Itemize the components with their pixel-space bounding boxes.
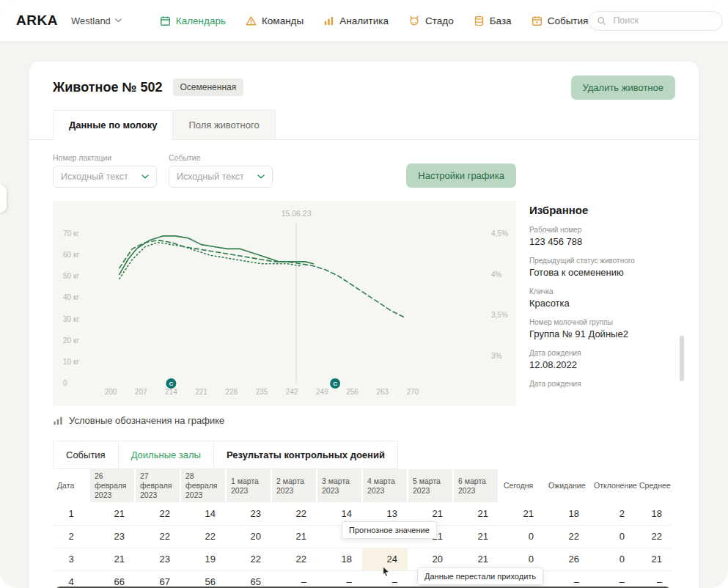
value-cell[interactable]: 24 xyxy=(362,548,408,570)
nav-item-base[interactable]: База xyxy=(474,15,512,26)
value-cell[interactable]: 66 xyxy=(89,570,135,588)
page-title: Животное № 502 xyxy=(53,80,163,95)
nav-item-herd[interactable]: Стадо xyxy=(408,15,454,26)
value-cell[interactable]: 14 xyxy=(180,502,226,525)
nav-item-analytics[interactable]: Аналитика xyxy=(323,15,389,26)
calendar-icon xyxy=(160,15,171,26)
column-header: 28 февраля 2023 xyxy=(180,469,226,502)
value-cell[interactable]: 21 xyxy=(635,548,672,570)
legend-note[interactable]: Условные обозначения на графике xyxy=(53,415,675,426)
favorites-panel: Избранное Рабочий номер123 456 788Предыд… xyxy=(529,201,675,406)
favorite-field-value: Красотка xyxy=(529,298,675,309)
nav-item-calendar[interactable]: Календарь xyxy=(160,15,226,26)
value-cell[interactable]: 0 xyxy=(589,525,635,548)
event-select[interactable]: Исходный текст xyxy=(169,166,273,188)
value-cell[interactable]: 0 xyxy=(589,548,635,570)
chart-series-dashed xyxy=(120,240,404,317)
favorite-field-label: Кличка xyxy=(529,287,675,295)
value-cell[interactable]: 18 xyxy=(317,548,362,570)
value-cell[interactable]: – xyxy=(635,570,672,588)
column-header: 2 марта 2023 xyxy=(271,469,317,502)
value-cell[interactable]: 56 xyxy=(180,570,226,588)
chart-row: 15.06.2370 кг60 кг50 кг40 кг30 кг20 кг10… xyxy=(53,201,675,406)
chevron-down-icon xyxy=(257,174,265,179)
value-cell[interactable]: 67 xyxy=(135,570,180,588)
main-nav: КалендарьКомандыАналитикаСтадоБазаСобыти… xyxy=(160,15,589,26)
value-cell[interactable]: 26 xyxy=(544,548,589,570)
y-axis-label: 10 кг xyxy=(63,358,79,366)
value-cell[interactable]: – xyxy=(589,570,635,588)
column-header: 6 марта 2023 xyxy=(453,469,499,502)
value-cell[interactable]: 23 xyxy=(226,502,271,525)
value-cell[interactable]: – xyxy=(544,570,589,588)
value-cell[interactable]: 23 xyxy=(89,525,135,548)
row-date-cell[interactable]: 1 xyxy=(53,502,89,525)
y-axis-right-label: 3% xyxy=(491,352,502,360)
value-cell[interactable]: 65 xyxy=(226,570,271,588)
x-axis-label: 270 xyxy=(407,388,419,396)
value-cell[interactable]: 18 xyxy=(544,502,589,525)
filter-label: Номер лактации xyxy=(53,153,157,162)
y-axis-label: 30 кг xyxy=(63,315,79,323)
favorite-field-value: Группа № 91 Дойные2 xyxy=(529,328,675,339)
y-axis-right-label: 3,5% xyxy=(491,311,508,319)
value-cell[interactable]: 22 xyxy=(180,525,226,548)
y-axis-label: 0 xyxy=(63,379,67,387)
value-cell[interactable]: 21 xyxy=(453,502,499,525)
value-cell[interactable]: 23 xyxy=(135,548,180,570)
event-filter: Событие Исходный текст xyxy=(169,153,273,188)
value-cell[interactable]: 21 xyxy=(499,502,544,525)
value-cell[interactable]: 2 xyxy=(589,502,635,525)
value-cell[interactable]: – xyxy=(271,570,317,588)
row-date-cell[interactable]: 4 xyxy=(53,570,89,588)
column-header: 3 марта 2023 xyxy=(317,469,362,502)
tab-control-milking[interactable]: Результаты контрольных доений xyxy=(213,441,398,469)
date-marker-label: 15.06.23 xyxy=(282,209,312,218)
value-cell[interactable]: 22 xyxy=(135,502,180,525)
value-cell[interactable]: 22 xyxy=(271,548,317,570)
value-cell[interactable]: 21 xyxy=(89,502,135,525)
value-cell[interactable]: – xyxy=(317,570,362,588)
favorites-scrollbar[interactable] xyxy=(680,336,684,381)
chart-settings-button[interactable]: Настройки графика xyxy=(406,163,516,188)
value-cell[interactable]: 18 xyxy=(635,502,672,525)
side-drawer-handle[interactable] xyxy=(0,185,7,213)
tab-milk-data[interactable]: Данные по молоку xyxy=(53,110,173,140)
value-cell[interactable]: 21 xyxy=(453,525,499,548)
nav-item-events[interactable]: События xyxy=(532,15,589,26)
value-cell[interactable]: 0 xyxy=(499,525,544,548)
nav-item-label: Команды xyxy=(262,15,304,26)
favorite-field: Номер молочной группыГруппа № 91 Дойные2 xyxy=(529,318,675,339)
value-cell[interactable]: 20 xyxy=(226,525,271,548)
row-date-cell[interactable]: 2 xyxy=(53,525,89,548)
x-axis-label: 263 xyxy=(376,388,389,396)
nav-item-label: События xyxy=(548,15,589,26)
x-axis-label: 207 xyxy=(135,388,147,396)
tab-events[interactable]: События xyxy=(53,441,119,469)
column-header: 26 февраля 2023 xyxy=(89,469,135,502)
tab-animal-fields[interactable]: Поля животного xyxy=(172,110,275,140)
value-cell[interactable]: 22 xyxy=(635,525,672,548)
milk-chart[interactable]: 15.06.2370 кг60 кг50 кг40 кг30 кг20 кг10… xyxy=(53,201,516,406)
value-cell[interactable]: 22 xyxy=(544,525,589,548)
value-cell[interactable]: 22 xyxy=(226,548,271,570)
org-label: Westland xyxy=(71,15,111,26)
favorite-field-label: Дата рождения xyxy=(529,349,675,357)
nav-item-commands[interactable]: Команды xyxy=(246,15,304,26)
value-cell[interactable]: 22 xyxy=(135,525,180,548)
value-cell[interactable]: 21 xyxy=(89,548,135,570)
value-cell[interactable]: 22 xyxy=(271,502,317,525)
org-selector[interactable]: Westland xyxy=(71,15,122,26)
tab-milking-parlors[interactable]: Доильные залы xyxy=(118,441,214,469)
search-box[interactable] xyxy=(588,11,723,31)
column-header: 27 февраля 2023 xyxy=(135,469,180,502)
value-cell[interactable]: 21 xyxy=(271,525,317,548)
lactation-select[interactable]: Исходный текст xyxy=(53,166,157,188)
delete-animal-button[interactable]: Удалить животное xyxy=(571,76,676,100)
search-input[interactable] xyxy=(611,15,714,26)
event-marker-label: C xyxy=(333,381,337,387)
column-header: Дата xyxy=(53,469,89,502)
favorite-field-value: Готова к осеменению xyxy=(529,267,675,278)
value-cell[interactable]: 19 xyxy=(180,548,226,570)
row-date-cell[interactable]: 3 xyxy=(53,548,89,570)
